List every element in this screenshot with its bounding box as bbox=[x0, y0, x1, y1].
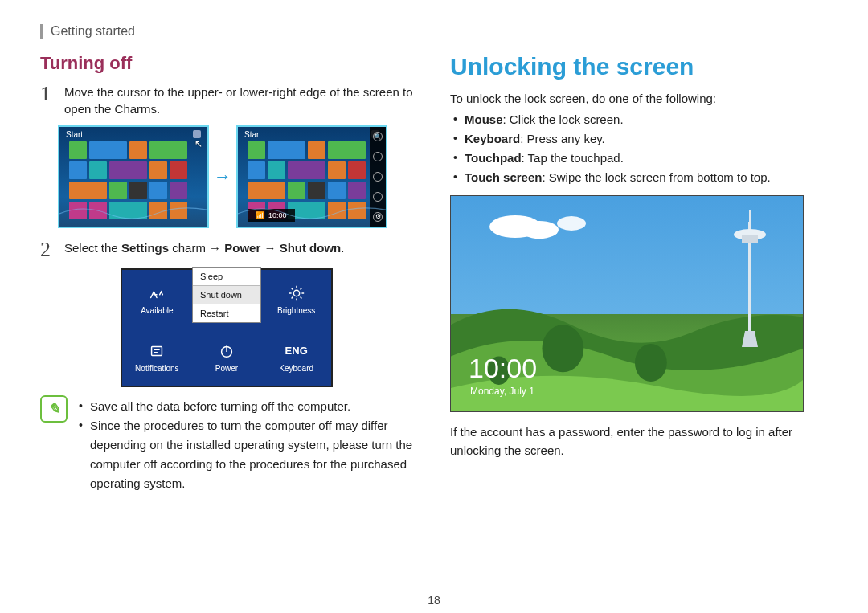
menu-shutdown[interactable]: Shut down bbox=[193, 285, 260, 304]
figure-power-menu: Available Sleep Shut down Restart Bright… bbox=[121, 268, 333, 387]
search-icon: 🔍 bbox=[373, 132, 383, 141]
menu-restart[interactable]: Restart bbox=[193, 304, 260, 322]
step-1-number: 1 bbox=[40, 84, 58, 117]
page-number: 18 bbox=[0, 594, 868, 607]
step-1-text: Move the cursor to the upper- or lower-r… bbox=[64, 84, 418, 117]
charms-bar: 🔍 ⚙ bbox=[370, 127, 386, 227]
list-item: Mouse: Click the lock screen. bbox=[450, 110, 828, 129]
lock-date: Monday, July 1 bbox=[470, 386, 534, 397]
svg-rect-1 bbox=[152, 346, 162, 355]
time-overlay: 📶 10:00 bbox=[248, 209, 295, 222]
note-list: Save all the data before turning off the… bbox=[76, 397, 418, 493]
cell-notifications: Notifications bbox=[122, 328, 192, 386]
svg-point-7 bbox=[635, 343, 667, 381]
cell-power: Power bbox=[192, 328, 262, 386]
unlock-methods: Mouse: Click the lock screen. Keyboard: … bbox=[450, 110, 828, 187]
svg-point-0 bbox=[293, 290, 299, 296]
menu-sleep[interactable]: Sleep bbox=[193, 268, 260, 285]
cell-power-popup-anchor: Sleep Shut down Restart bbox=[192, 270, 262, 328]
svg-point-5 bbox=[557, 216, 586, 231]
unlock-outro: If the account has a password, enter the… bbox=[450, 423, 828, 460]
note-item: Save all the data before turning off the… bbox=[76, 397, 418, 416]
devices-icon bbox=[373, 192, 383, 202]
start-screen-before: Start ↖ bbox=[58, 125, 209, 228]
heading-unlocking: Unlocking the screen bbox=[450, 53, 828, 80]
list-item: Touchpad: Tap the touchpad. bbox=[450, 149, 828, 168]
step-2-text: Select the Settings charm → Power → Shut… bbox=[64, 239, 418, 260]
note-item: Since the procedures to turn the compute… bbox=[76, 416, 418, 493]
start-screen-with-charms: Start 🔍 ⚙ 📶 10:00 bbox=[236, 125, 387, 228]
arrow-right-icon: → bbox=[214, 166, 231, 187]
share-icon bbox=[373, 152, 383, 161]
svg-point-6 bbox=[542, 325, 583, 372]
lock-time: 10:00 bbox=[469, 353, 537, 384]
cell-available: Available bbox=[122, 270, 192, 328]
svg-point-4 bbox=[520, 221, 559, 239]
keyboard-lang-icon: ENG bbox=[287, 341, 306, 361]
space-needle-icon bbox=[731, 210, 769, 355]
figure-open-charms: Start ↖ → Start bbox=[58, 125, 418, 228]
unlock-intro: To unlock the lock screen, do one of the… bbox=[450, 92, 828, 105]
start-label: Start bbox=[244, 130, 261, 139]
start-icon bbox=[373, 172, 383, 182]
figure-lock-screen: 10:00 Monday, July 1 bbox=[450, 195, 804, 412]
breadcrumb: Getting started bbox=[40, 24, 828, 39]
note-icon: ✎ bbox=[40, 395, 68, 423]
brightness-icon bbox=[287, 284, 306, 303]
settings-icon: ⚙ bbox=[373, 212, 383, 222]
step-2-number: 2 bbox=[40, 239, 58, 260]
power-icon bbox=[217, 341, 236, 361]
list-item: Keyboard: Press any key. bbox=[450, 129, 828, 149]
notifications-icon bbox=[147, 341, 166, 361]
wifi-icon bbox=[147, 284, 166, 303]
svg-rect-11 bbox=[742, 235, 758, 243]
list-item: Touch screen: Swipe the lock screen from… bbox=[450, 168, 828, 187]
avatar-icon bbox=[193, 130, 201, 138]
cell-keyboard: ENG Keyboard bbox=[261, 328, 331, 386]
cell-brightness: Brightness bbox=[261, 270, 331, 328]
start-label: Start bbox=[66, 130, 83, 139]
power-popup: Sleep Shut down Restart bbox=[192, 267, 261, 323]
cursor-icon: ↖ bbox=[194, 138, 203, 149]
subheading-turning-off: Turning off bbox=[40, 53, 418, 74]
